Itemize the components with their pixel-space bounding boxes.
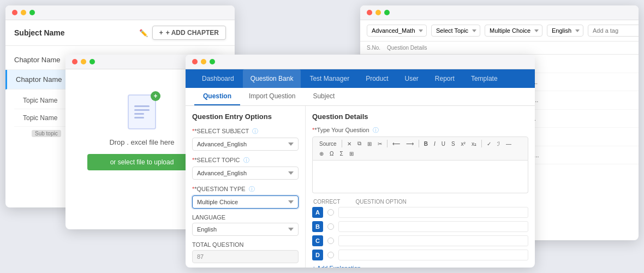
option-header-label: QUESTION OPTION (355, 199, 406, 205)
add-explanation-link[interactable]: + Add Explanation (312, 265, 528, 268)
sub-nav-question[interactable]: Question (194, 88, 240, 105)
nav-question-bank[interactable]: Question Bank (243, 69, 301, 88)
option-input-b[interactable] (338, 221, 528, 232)
nav-product[interactable]: Product (358, 69, 396, 88)
sigma-btn[interactable]: Σ (337, 150, 345, 158)
maximize-dot[interactable] (29, 10, 35, 15)
chapter-name-active: Chaptor Name (16, 75, 62, 84)
nav-test-manager[interactable]: Test Manager (302, 69, 357, 88)
close-dot-4[interactable] (367, 10, 372, 15)
minimize-dot-2[interactable] (81, 59, 86, 64)
question-details-panel: Question Details **Type Your Question ⓘ … (306, 106, 535, 268)
delete-btn[interactable]: ✂ (375, 140, 384, 148)
underline-btn[interactable]: U (439, 140, 448, 148)
option-input-d[interactable] (338, 250, 528, 260)
nav-user[interactable]: User (397, 69, 426, 88)
question-table-header: S.No. Question Details (360, 41, 639, 55)
total-q-label: TOTAL QUESTION (192, 241, 299, 248)
add-chapter-button[interactable]: + + ADD CHAPTER (152, 26, 226, 40)
select-file-button[interactable]: or select file to upload (87, 154, 196, 170)
option-row-a: A (312, 207, 528, 218)
copy-btn[interactable]: ⧉ (355, 139, 363, 148)
filter-topic[interactable]: Select Topic (431, 25, 480, 37)
minimize-dot-3[interactable] (201, 59, 206, 64)
strike-btn[interactable]: S (449, 140, 457, 148)
sub-nav-subject[interactable]: Subject (304, 88, 343, 105)
entry-options-panel: Question Entry Options **SELECT SUBJECT … (186, 106, 306, 268)
maximize-dot-3[interactable] (210, 59, 215, 64)
redo-btn[interactable]: ⟶ (404, 140, 416, 148)
filter-subject[interactable]: Advanced_Math (367, 25, 427, 37)
option-radio-c[interactable] (327, 238, 334, 244)
main-content: Question Entry Options **SELECT SUBJECT … (186, 106, 535, 268)
plus-icon: + (159, 29, 163, 37)
option-input-a[interactable] (338, 207, 528, 218)
paste-btn[interactable]: ⊞ (365, 140, 374, 148)
option-row-d: D (312, 250, 528, 260)
topic-name-1: Topic Name (23, 97, 57, 104)
close-dot-2[interactable] (72, 59, 77, 64)
undo-btn[interactable]: ⟵ (390, 140, 402, 148)
nav-report[interactable]: Report (427, 69, 462, 88)
option-row-c: C (312, 235, 528, 246)
nav-template[interactable]: Template (463, 69, 505, 88)
drop-text: Drop . excel file here (109, 138, 174, 146)
qtype-field-label: **QUESTION TYPE ⓘ (192, 185, 299, 193)
bold-btn[interactable]: B (422, 140, 430, 148)
option-radio-b[interactable] (327, 223, 334, 230)
filter-language[interactable]: English (547, 25, 583, 37)
minimize-dot-4[interactable] (375, 10, 381, 15)
titlebar-4 (360, 5, 639, 20)
tag-input[interactable] (588, 25, 639, 37)
option-header: CORRECT QUESTION OPTION (312, 199, 528, 205)
superscript-btn[interactable]: x² (459, 140, 468, 148)
maximize-dot-2[interactable] (90, 59, 95, 64)
entry-options-title: Question Entry Options (192, 112, 299, 121)
italic2-btn[interactable]: ℐ (495, 140, 502, 148)
total-q-input (192, 250, 299, 263)
edit-subject-icon[interactable]: ✏️ (139, 29, 148, 37)
minimize-dot[interactable] (21, 10, 26, 15)
toolbar-sep-1 (342, 140, 342, 147)
filter-type[interactable]: Multiple Choice (485, 25, 542, 37)
qtype-field-group: **QUESTION TYPE ⓘ Multiple Choice (192, 185, 299, 209)
toolbar-sep-3 (419, 140, 419, 147)
chapter-name: Chaptor Name (14, 56, 61, 64)
subject-select[interactable]: Advanced_English (192, 138, 299, 151)
img-btn[interactable]: ⊕ (317, 150, 326, 158)
subtopic-badge: Sub topic (32, 130, 61, 137)
close-dot-3[interactable] (192, 59, 198, 64)
language-select[interactable]: English (192, 223, 299, 236)
nav-dashboard[interactable]: Dashboard (194, 69, 242, 88)
subject-field-group: **SELECT SUBJECT ⓘ Advanced_English (192, 127, 299, 151)
subscript-btn[interactable]: x₂ (469, 140, 479, 148)
option-radio-a[interactable] (327, 209, 334, 216)
option-radio-d[interactable] (327, 252, 334, 258)
table-btn[interactable]: ⊞ (347, 150, 356, 158)
italic-btn[interactable]: I (432, 140, 438, 148)
maximize-dot-4[interactable] (384, 10, 390, 15)
doc-line-2 (134, 109, 150, 111)
close-dot[interactable] (12, 10, 17, 15)
check-btn[interactable]: ✓ (485, 140, 493, 148)
doc-lines (134, 105, 150, 118)
col-no: S.No. (367, 45, 380, 51)
editor-toolbar: Source ✕ ⧉ ⊞ ✂ ⟵ ⟶ B I U S x² x₂ ✓ ℐ — (312, 136, 528, 161)
topic-select[interactable]: Advanced_English (192, 167, 299, 180)
main-nav: Dashboard Question Bank Test Manager Pro… (186, 69, 535, 88)
option-input-c[interactable] (338, 235, 528, 246)
language-field-label: LANGUAGE (192, 214, 299, 221)
topic-field-label: **SELECT TOPIC ⓘ (192, 156, 299, 164)
sub-nav-import[interactable]: Import Question (240, 88, 304, 105)
upload-plus-badge: + (151, 91, 160, 101)
doc-line-1 (134, 105, 150, 107)
doc-line-3 (134, 113, 144, 115)
dash-btn[interactable]: — (504, 140, 514, 148)
cut-btn[interactable]: ✕ (345, 140, 354, 148)
question-editor-area[interactable] (312, 161, 528, 193)
source-btn[interactable]: Source (317, 140, 339, 148)
option-badge-d: D (312, 250, 323, 260)
omega-btn[interactable]: Ω (327, 150, 336, 158)
qtype-select[interactable]: Multiple Choice (192, 195, 299, 209)
toolbar-sep-2 (387, 140, 387, 147)
